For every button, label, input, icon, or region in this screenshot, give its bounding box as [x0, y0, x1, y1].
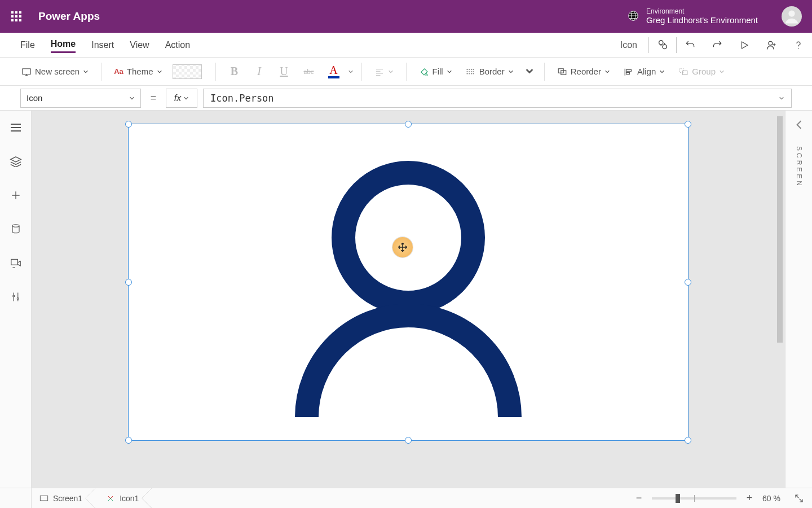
group-button: Group: [674, 62, 729, 81]
group-icon: [678, 67, 689, 76]
resize-handle[interactable]: [405, 437, 412, 444]
font-color-button[interactable]: A: [323, 62, 345, 81]
zoom-slider-thumb[interactable]: [676, 494, 680, 503]
chevron-down-icon: [508, 69, 514, 75]
resize-handle[interactable]: [125, 121, 132, 128]
resize-handle[interactable]: [685, 437, 691, 444]
svg-point-4: [663, 45, 667, 49]
media-icon: [10, 258, 21, 268]
chevron-down-icon: [525, 67, 534, 76]
svg-rect-11: [626, 72, 629, 74]
app-launcher-button[interactable]: [0, 0, 33, 33]
app-checker-button[interactable]: [649, 33, 676, 58]
selected-control-type: Icon: [609, 40, 648, 50]
help-button[interactable]: [785, 33, 812, 58]
advanced-tools-button[interactable]: [9, 290, 23, 304]
chevron-down-icon: [604, 69, 610, 75]
rail-toggle-button[interactable]: [9, 121, 23, 134]
screen-icon: [21, 67, 32, 76]
environment-picker[interactable]: Environment Greg Lindhorst's Environment: [646, 7, 758, 25]
separator: [361, 63, 362, 81]
chevron-down-icon: [157, 69, 162, 75]
svg-rect-10: [626, 69, 631, 71]
chevron-down-icon: [129, 95, 135, 101]
waffle-icon: [11, 11, 21, 21]
breadcrumb-control[interactable]: Icon1: [98, 488, 147, 508]
media-button[interactable]: [9, 256, 23, 270]
theme-icon: Aa: [114, 67, 123, 76]
layers-icon: [10, 156, 22, 167]
left-rail: [0, 111, 32, 488]
menu-tab-view[interactable]: View: [130, 38, 149, 52]
vertical-scrollbar[interactable]: [777, 116, 783, 459]
align-button[interactable]: Align: [619, 62, 669, 81]
fit-to-window-button[interactable]: [793, 492, 805, 505]
separator: [406, 63, 407, 81]
zoom-center-tick: [694, 495, 695, 502]
expand-panel-button[interactable]: [795, 120, 803, 132]
breadcrumb-screen[interactable]: Screen1: [32, 488, 90, 508]
paint-bucket-icon: [419, 67, 429, 77]
property-selector[interactable]: Icon: [20, 89, 141, 108]
menu-tab-insert[interactable]: Insert: [91, 38, 114, 52]
resize-handle[interactable]: [405, 121, 412, 128]
status-bar: Screen1 Icon1 − + 60 %: [0, 488, 812, 508]
undo-button[interactable]: [677, 33, 704, 58]
design-canvas[interactable]: [32, 111, 785, 488]
main-area: SCREEN: [0, 111, 812, 488]
menu-tab-home[interactable]: Home: [51, 37, 76, 53]
insert-button[interactable]: [9, 189, 23, 202]
redo-button[interactable]: [704, 33, 731, 58]
svg-point-5: [769, 41, 773, 45]
resize-handle[interactable]: [125, 437, 132, 444]
move-arrows-icon: [397, 242, 408, 253]
tools-icon: [11, 291, 21, 303]
chevron-down-icon[interactable]: [779, 95, 784, 101]
strikethrough-button: abc: [298, 62, 320, 81]
reorder-label: Reorder: [571, 67, 601, 76]
more-formatting-button[interactable]: [523, 62, 536, 81]
data-button[interactable]: [9, 222, 23, 236]
zoom-slider[interactable]: [652, 497, 736, 500]
zoom-out-button[interactable]: −: [633, 492, 645, 505]
new-screen-label: New screen: [35, 67, 80, 76]
person-icon[interactable]: [290, 159, 527, 418]
theme-button[interactable]: Aa Theme: [109, 62, 166, 81]
reorder-button[interactable]: Reorder: [553, 62, 615, 81]
svg-rect-13: [683, 71, 687, 75]
fx-button[interactable]: fx: [166, 89, 197, 108]
formula-input[interactable]: Icon.Person: [203, 89, 792, 108]
border-button[interactable]: Border: [461, 62, 518, 81]
resize-handle[interactable]: [685, 279, 691, 286]
separator: [101, 63, 102, 81]
menu-tab-action[interactable]: Action: [165, 38, 190, 52]
align-icon: [624, 67, 634, 76]
align-lines-icon: [374, 67, 385, 76]
svg-point-3: [659, 40, 663, 44]
share-button[interactable]: [758, 33, 785, 58]
product-name: Power Apps: [38, 10, 100, 23]
svg-rect-7: [23, 68, 31, 74]
fill-label: Fill: [433, 67, 443, 76]
chevron-down-icon: [183, 95, 189, 101]
bold-button: B: [224, 62, 245, 81]
preview-play-button[interactable]: [731, 33, 758, 58]
chevron-down-icon: [719, 69, 725, 75]
background-swatch[interactable]: [173, 64, 202, 79]
plus-icon: [10, 190, 21, 201]
new-screen-button[interactable]: New screen: [17, 62, 93, 81]
user-avatar[interactable]: [782, 6, 802, 27]
menu-tab-file[interactable]: File: [20, 38, 35, 52]
tree-view-button[interactable]: [9, 155, 23, 168]
breadcrumb-control-label: Icon1: [120, 494, 139, 503]
chevron-down-icon[interactable]: [348, 69, 354, 75]
resize-handle[interactable]: [685, 121, 691, 128]
resize-handle[interactable]: [125, 279, 132, 286]
screen-preview[interactable]: [129, 124, 688, 440]
formula-value: Icon.Person: [210, 93, 274, 104]
scrollbar-thumb[interactable]: [777, 116, 783, 343]
fill-button[interactable]: Fill: [414, 62, 457, 81]
font-color-icon: A: [329, 64, 337, 76]
zoom-in-button[interactable]: +: [743, 492, 756, 505]
equals-sign: =: [147, 92, 160, 104]
